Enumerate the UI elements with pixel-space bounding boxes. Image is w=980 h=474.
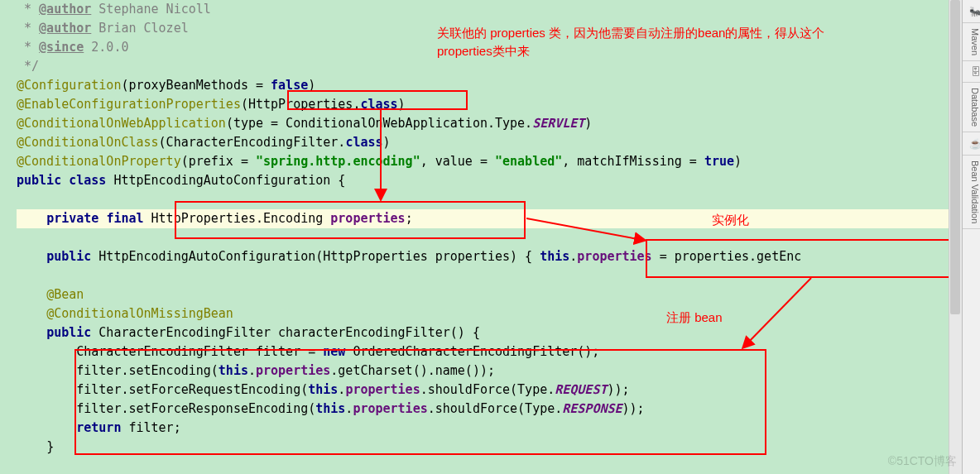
bean-validation-tab[interactable]: Bean Validation	[963, 156, 980, 229]
bean-icon[interactable]: ☕	[963, 132, 980, 156]
tool-sidebar: 🐜 Maven 🗄 Database ☕ Bean Validation	[962, 0, 980, 474]
maven-tab[interactable]: Maven	[963, 23, 980, 61]
scrollbar-thumb[interactable]	[950, 0, 960, 314]
watermark: ©51CTO博客	[888, 452, 957, 471]
code-line: @ConditionalOnProperty(prefix = "spring.…	[17, 152, 980, 171]
annotation-text: properties类中来	[437, 41, 530, 60]
code-line-highlighted: private final HttpProperties.Encoding pr…	[17, 209, 952, 228]
code-line: @ConditionalOnClass(CharacterEncodingFil…	[17, 133, 980, 152]
scrollbar-track[interactable]	[949, 0, 962, 474]
code-line: return filter;	[17, 419, 980, 438]
annotation-text: 关联他的 properties 类，因为他需要自动注册的bean的属性，得从这个	[437, 23, 824, 42]
code-line: @Configuration(proxyBeanMethods = false)	[17, 76, 980, 95]
code-line: @ConditionalOnMissingBean	[17, 304, 980, 323]
code-line: CharacterEncodingFilter filter = new Ord…	[17, 342, 980, 361]
code-editor[interactable]: * @author Stephane Nicoll * @author Bria…	[0, 0, 980, 457]
code-line: public CharacterEncodingFilter character…	[17, 323, 980, 342]
annotation-text: 注册 bean	[666, 308, 723, 327]
comment-line: * @author Stephane Nicoll	[17, 0, 980, 19]
code-line: filter.setForceResponseEncoding(this.pro…	[17, 400, 980, 419]
code-line: filter.setForceRequestEncoding(this.prop…	[17, 381, 980, 400]
code-line: filter.setEncoding(this.properties.getCh…	[17, 361, 980, 381]
ant-icon[interactable]: 🐜	[963, 0, 980, 23]
code-line: public HttpEncodingAutoConfiguration(Htt…	[17, 247, 980, 266]
code-line: @ConditionalOnWebApplication(type = Cond…	[17, 114, 980, 133]
database-icon[interactable]: 🗄	[963, 61, 980, 83]
code-line: @EnableConfigurationProperties(HttpPrope…	[17, 95, 980, 114]
database-tab[interactable]: Database	[963, 83, 980, 132]
code-line: }	[17, 438, 980, 457]
blank-line	[17, 190, 980, 209]
blank-line	[17, 228, 980, 247]
annotation-text: 实例化	[712, 210, 749, 229]
blank-line	[17, 266, 980, 285]
code-line: @Bean	[17, 285, 980, 304]
code-line: public class HttpEncodingAutoConfigurati…	[17, 171, 980, 190]
